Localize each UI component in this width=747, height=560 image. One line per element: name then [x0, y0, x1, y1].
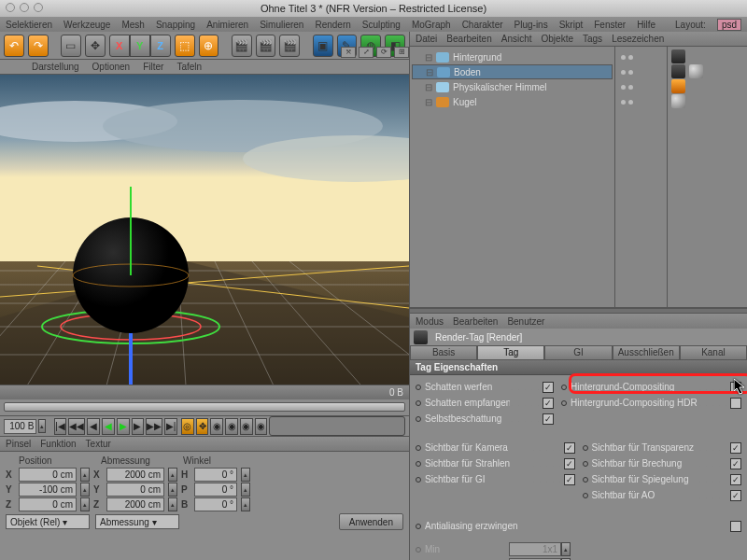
object-visibility-column[interactable]: [615, 47, 668, 307]
next-frame-icon[interactable]: ▶: [132, 418, 145, 435]
om-menu-ansicht[interactable]: Ansicht: [501, 34, 532, 44]
prev-key-icon[interactable]: ◀◀: [68, 418, 85, 435]
minimize-icon[interactable]: [20, 3, 29, 12]
close-icon[interactable]: [6, 3, 15, 12]
prop-selbstbeschattung[interactable]: Selbstbeschattung. . . . .✓: [416, 411, 554, 427]
attr-tab-kanal[interactable]: Kanal: [680, 345, 747, 360]
checkbox[interactable]: ✓: [730, 458, 741, 469]
object-boden[interactable]: ⊟Boden: [412, 64, 613, 79]
checkbox[interactable]: ✓: [730, 474, 741, 485]
checkbox[interactable]: ✓: [730, 442, 741, 454]
checkbox[interactable]: ✓: [564, 458, 575, 469]
key-pos-icon[interactable]: ◉: [210, 418, 223, 435]
render-settings-icon[interactable]: 🎬: [279, 35, 300, 57]
coord-scale-select[interactable]: Abmessung ▾: [95, 514, 179, 529]
ball-tag-icon[interactable]: [689, 64, 703, 78]
menu-snapping[interactable]: Snapping: [156, 20, 195, 30]
om-menu-bearbeiten[interactable]: Bearbeiten: [446, 34, 491, 44]
size-X[interactable]: 2000 cm: [106, 468, 164, 482]
zoom-icon[interactable]: [34, 3, 43, 12]
layout-select[interactable]: psd: [717, 19, 741, 31]
frame-spin-icon[interactable]: ▴: [38, 419, 46, 433]
spin-icon[interactable]: ▴: [80, 468, 90, 482]
checkbox[interactable]: ✓: [543, 382, 554, 393]
pos-Y[interactable]: -100 cm: [19, 483, 77, 497]
attr-menu-modus[interactable]: Modus: [416, 316, 444, 327]
vp-rotate-icon[interactable]: ⟳: [376, 47, 391, 58]
spin-icon[interactable]: ▴: [241, 468, 250, 482]
timeline-ruler[interactable]: [0, 399, 409, 416]
object-tree[interactable]: ⊟Hintergrund⊟Boden⊟Physikalischer Himmel…: [410, 47, 615, 307]
prop-sichtbar-f-r-ao[interactable]: Sichtbar für AO. . . . .✓: [583, 487, 742, 503]
world-icon[interactable]: ⊕: [199, 35, 219, 57]
window-controls[interactable]: [6, 3, 43, 12]
vp-menu-panels[interactable]: Tafeln: [176, 62, 202, 72]
menu-rendern[interactable]: Rendern: [315, 20, 350, 30]
pos-Z[interactable]: 0 cm: [19, 497, 77, 511]
select-tool-icon[interactable]: ▭: [61, 35, 81, 57]
render-icon[interactable]: 🎬: [232, 35, 252, 57]
prop-sichtbar-f-r-transparenz[interactable]: Sichtbar für Transparenz. . . . .✓: [583, 440, 742, 455]
play-fwd-icon[interactable]: ▶: [117, 418, 130, 435]
pos-X[interactable]: 0 cm: [19, 468, 77, 482]
coord-system-icon[interactable]: ⬚: [175, 35, 195, 57]
coord-space-select[interactable]: Objekt (Rel) ▾: [6, 514, 90, 529]
menu-plug-ins[interactable]: Plug-ins: [514, 20, 548, 30]
tab-brush[interactable]: Pinsel: [6, 439, 31, 449]
checkbox[interactable]: ✓: [543, 413, 554, 425]
menu-skript[interactable]: Skript: [559, 20, 584, 30]
goto-end-icon[interactable]: ▶|: [164, 418, 177, 435]
vp-layout-icon[interactable]: ⊞: [394, 47, 409, 58]
attr-tab-tag[interactable]: Tag: [477, 345, 544, 360]
prop-sichtbar-f-r-strahlen[interactable]: Sichtbar für Strahlen. . . . .✓: [416, 455, 575, 471]
attr-menu-bearbeiten[interactable]: Bearbeiten: [453, 316, 498, 327]
prop-schatten-empfangen[interactable]: Schatten empfangen. . . . .✓: [416, 395, 554, 411]
menu-mesh[interactable]: Mesh: [121, 20, 144, 30]
ang-Z[interactable]: 0 °: [194, 497, 237, 511]
prop-sichtbar-f-r-brechung[interactable]: Sichtbar für Brechung. . . . .✓: [583, 455, 742, 471]
om-menu-datei[interactable]: Datei: [416, 34, 437, 44]
object-kugel[interactable]: ⊟Kugel: [412, 94, 613, 109]
vp-menu-filter[interactable]: Filter: [143, 62, 163, 72]
attr-tab-basis[interactable]: Basis: [410, 345, 477, 360]
checkbox[interactable]: [730, 521, 741, 532]
apply-button[interactable]: Anwenden: [339, 513, 403, 530]
spin-icon[interactable]: ▴: [168, 468, 177, 482]
play-back-icon[interactable]: ◀: [102, 418, 115, 435]
spin-icon[interactable]: ▴: [80, 497, 90, 511]
key-rot-icon[interactable]: ◉: [225, 418, 238, 435]
checkbox[interactable]: ✓: [564, 442, 575, 454]
attr-tab-ausschließen[interactable]: Ausschließen: [613, 345, 680, 360]
prop-sichtbar-f-r-spiegelung[interactable]: Sichtbar für Spiegelung. . . . .✓: [583, 471, 742, 487]
menu-werkzeuge[interactable]: Werkzeuge: [63, 20, 110, 30]
om-menu-lesezeichen[interactable]: Lesezeichen: [612, 34, 664, 44]
primitive-cube-icon[interactable]: ▣: [313, 35, 333, 57]
record-icon[interactable]: ◎: [181, 418, 194, 435]
menu-mograph[interactable]: MoGraph: [412, 20, 451, 30]
tool-redo-icon[interactable]: ↷: [28, 35, 49, 57]
viewport-3d[interactable]: 0 B: [0, 75, 409, 399]
menu-charakter[interactable]: Charakter: [462, 20, 503, 30]
film-tag-icon[interactable]: [671, 64, 685, 78]
size-Y[interactable]: 0 cm: [106, 483, 164, 497]
ang-X[interactable]: 0 °: [194, 468, 237, 482]
checkbox[interactable]: ✓: [543, 398, 554, 409]
vp-menu-view[interactable]: Darstellung: [32, 62, 79, 72]
tab-function[interactable]: Funktion: [40, 439, 76, 449]
prev-frame-icon[interactable]: ◀: [87, 418, 100, 435]
prop-sichtbar-f-r-kamera[interactable]: Sichtbar für Kamera. . . . .✓: [416, 440, 575, 455]
prop-antialiasing[interactable]: Antialiasing erzwingen: [416, 518, 741, 534]
next-key-icon[interactable]: ▶▶: [146, 418, 162, 435]
film-tag-icon[interactable]: [671, 49, 685, 63]
object-tags-column[interactable]: [668, 47, 747, 307]
spin-icon[interactable]: ▴: [241, 483, 250, 497]
prop-hintergrund-compositing[interactable]: Hintergrund-Compositing. . . . .: [561, 379, 741, 395]
axis-y-icon[interactable]: Y: [130, 35, 150, 57]
sky-tag-icon[interactable]: [671, 79, 685, 93]
vp-menu-options[interactable]: Optionen: [92, 62, 131, 72]
attr-tab-gi[interactable]: GI: [544, 345, 612, 360]
checkbox[interactable]: ✓: [564, 474, 575, 485]
tab-texture[interactable]: Textur: [86, 439, 111, 449]
object-manager[interactable]: ⊟Hintergrund⊟Boden⊟Physikalischer Himmel…: [410, 47, 747, 308]
prop-schatten-werfen[interactable]: Schatten werfen. . . . .✓: [416, 379, 554, 395]
